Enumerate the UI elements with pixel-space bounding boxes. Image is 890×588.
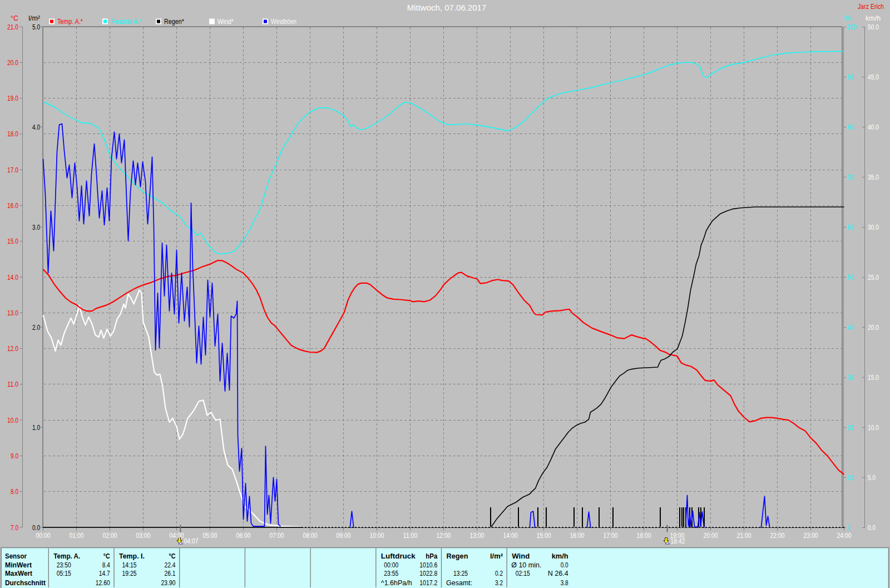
svg-text:3.8: 3.8 bbox=[561, 579, 568, 587]
svg-text:9.0: 9.0 bbox=[11, 452, 18, 460]
svg-text:15.0: 15.0 bbox=[7, 238, 18, 245]
svg-text:20: 20 bbox=[847, 424, 853, 432]
svg-text:12.60: 12.60 bbox=[96, 579, 110, 587]
svg-text:5.0: 5.0 bbox=[32, 23, 40, 31]
svg-text:l/m²: l/m² bbox=[490, 552, 503, 560]
svg-text:22:00: 22:00 bbox=[770, 532, 785, 540]
svg-text:13.0: 13.0 bbox=[7, 309, 18, 317]
svg-text:70: 70 bbox=[847, 174, 853, 181]
svg-text:15.0: 15.0 bbox=[868, 374, 879, 382]
svg-text:1017.2: 1017.2 bbox=[419, 579, 437, 587]
svg-text:14.0: 14.0 bbox=[7, 274, 18, 281]
svg-text:km/h: km/h bbox=[552, 552, 568, 560]
svg-text:1.0: 1.0 bbox=[32, 424, 40, 432]
svg-text:5.0: 5.0 bbox=[868, 474, 876, 482]
svg-text:00:00: 00:00 bbox=[36, 532, 51, 540]
svg-text:0.2: 0.2 bbox=[495, 570, 503, 577]
svg-text:12.0: 12.0 bbox=[7, 345, 18, 353]
svg-text:17:00: 17:00 bbox=[604, 532, 618, 540]
svg-text:02:15: 02:15 bbox=[516, 570, 530, 577]
svg-text:100: 100 bbox=[847, 23, 857, 31]
svg-text:25.0: 25.0 bbox=[868, 274, 879, 281]
svg-text:Mittwoch, 07.06.2017: Mittwoch, 07.06.2017 bbox=[407, 3, 487, 12]
svg-text:11:00: 11:00 bbox=[403, 532, 418, 540]
svg-text:30: 30 bbox=[847, 374, 853, 382]
svg-text:05:15: 05:15 bbox=[57, 570, 71, 577]
svg-text:l/m²: l/m² bbox=[28, 14, 40, 22]
svg-text:3.2: 3.2 bbox=[495, 579, 503, 587]
svg-text:15:00: 15:00 bbox=[537, 532, 551, 540]
svg-text:04:07: 04:07 bbox=[184, 537, 199, 545]
svg-text:40: 40 bbox=[847, 324, 853, 332]
svg-text:4.0: 4.0 bbox=[32, 123, 40, 131]
svg-text:0.0: 0.0 bbox=[868, 524, 876, 532]
svg-text:23:55: 23:55 bbox=[384, 570, 398, 577]
svg-text:45.0: 45.0 bbox=[868, 73, 879, 81]
svg-text:19:25: 19:25 bbox=[122, 570, 137, 577]
svg-text:0.0: 0.0 bbox=[32, 524, 40, 532]
svg-text:12:00: 12:00 bbox=[437, 532, 451, 540]
svg-text:Wind*: Wind* bbox=[217, 18, 234, 26]
svg-text:26.1: 26.1 bbox=[165, 570, 176, 577]
svg-text:7.0: 7.0 bbox=[11, 524, 18, 532]
svg-text:18:00: 18:00 bbox=[637, 532, 651, 540]
svg-text:40.0: 40.0 bbox=[868, 123, 879, 131]
svg-text:35.0: 35.0 bbox=[868, 174, 879, 181]
svg-text:16:00: 16:00 bbox=[570, 532, 585, 540]
svg-text:19.0: 19.0 bbox=[7, 95, 18, 102]
svg-text:Durchschnitt: Durchschnitt bbox=[5, 579, 46, 587]
svg-text:Wind: Wind bbox=[512, 552, 530, 560]
svg-text:21:00: 21:00 bbox=[737, 532, 751, 540]
svg-text:10.0: 10.0 bbox=[7, 417, 18, 424]
svg-text:09:00: 09:00 bbox=[337, 532, 351, 540]
svg-text:Jarz Erich: Jarz Erich bbox=[858, 3, 884, 11]
svg-text:Regen: Regen bbox=[447, 552, 468, 560]
svg-text:Luftdruck: Luftdruck bbox=[381, 552, 416, 560]
svg-text:16.0: 16.0 bbox=[7, 202, 18, 210]
svg-text:60: 60 bbox=[847, 224, 853, 231]
svg-text:2.0: 2.0 bbox=[32, 324, 40, 332]
svg-text:11.0: 11.0 bbox=[7, 381, 18, 388]
svg-text:08:00: 08:00 bbox=[303, 532, 318, 540]
svg-text:Gesamt:: Gesamt: bbox=[446, 579, 472, 587]
svg-text:23:00: 23:00 bbox=[804, 532, 818, 540]
svg-text:50.0: 50.0 bbox=[868, 23, 879, 31]
svg-text:80: 80 bbox=[847, 123, 853, 131]
svg-text:°C: °C bbox=[169, 552, 176, 560]
svg-text:10:00: 10:00 bbox=[370, 532, 384, 540]
svg-text:00:00: 00:00 bbox=[384, 561, 398, 569]
svg-text:N 26.4: N 26.4 bbox=[548, 570, 568, 577]
svg-text:18:42: 18:42 bbox=[671, 537, 685, 545]
svg-text:20:00: 20:00 bbox=[704, 532, 718, 540]
svg-text:Temp. A.: Temp. A. bbox=[53, 552, 80, 560]
svg-text:14:15: 14:15 bbox=[122, 561, 137, 569]
svg-text:°C: °C bbox=[103, 552, 110, 560]
svg-text:Feuchte A.*: Feuchte A.* bbox=[111, 18, 141, 26]
svg-text:50: 50 bbox=[847, 274, 853, 281]
svg-text:8.4: 8.4 bbox=[102, 561, 110, 569]
svg-text:06:00: 06:00 bbox=[236, 532, 251, 540]
svg-text:18.0: 18.0 bbox=[7, 130, 18, 138]
svg-text:14.7: 14.7 bbox=[99, 570, 110, 577]
svg-text:24:00: 24:00 bbox=[837, 532, 852, 540]
svg-text:02:00: 02:00 bbox=[103, 532, 117, 540]
svg-text:14:00: 14:00 bbox=[503, 532, 518, 540]
svg-text:Temp. A.*: Temp. A.* bbox=[57, 18, 83, 26]
svg-text:Regen*: Regen* bbox=[164, 18, 184, 26]
svg-text:07:00: 07:00 bbox=[270, 532, 284, 540]
svg-text:Ø 10 min.: Ø 10 min. bbox=[511, 561, 541, 569]
svg-text:10.0: 10.0 bbox=[868, 424, 879, 432]
svg-text:30.0: 30.0 bbox=[868, 224, 879, 231]
svg-text:3.0: 3.0 bbox=[32, 224, 40, 231]
svg-text:22.4: 22.4 bbox=[165, 561, 176, 569]
svg-text:01:00: 01:00 bbox=[70, 532, 84, 540]
svg-text:0: 0 bbox=[847, 524, 850, 532]
svg-text:23:50: 23:50 bbox=[57, 561, 71, 569]
svg-text:03:00: 03:00 bbox=[136, 532, 151, 540]
svg-text:05:00: 05:00 bbox=[203, 532, 217, 540]
svg-text:MaxWert: MaxWert bbox=[5, 570, 33, 577]
svg-text:km/h: km/h bbox=[866, 14, 881, 22]
svg-text:0.0: 0.0 bbox=[561, 561, 568, 569]
svg-text:hPa: hPa bbox=[426, 552, 438, 560]
svg-text:Sensor: Sensor bbox=[5, 552, 27, 560]
